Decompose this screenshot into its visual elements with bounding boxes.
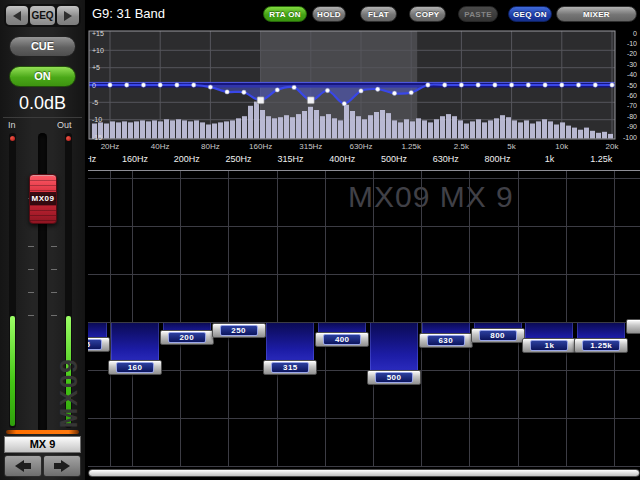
button-copy[interactable]: COPY [409,6,446,22]
next-channel-button[interactable] [43,455,81,477]
rta-bar [428,122,433,138]
channel-name-label: MX 9 [4,436,81,453]
band-marker-square[interactable] [307,97,314,104]
freq-tick-label: 630Hz [349,142,372,151]
rta-bar [512,120,517,138]
band-dot[interactable] [175,83,179,87]
rta-bar [326,114,331,138]
band-dot[interactable] [509,83,513,87]
band-dot[interactable] [275,88,279,92]
rta-bar [536,121,541,138]
band-label-400hz: 400Hz [329,154,355,164]
geq-nav-group: GEQ [4,4,81,27]
band-fader-handle-500hz[interactable]: 500 [367,370,421,385]
band-dot[interactable] [392,91,396,95]
geq-title: G9: 31 Band [92,6,165,21]
eq-response-plot[interactable]: +15+10+50-5-10-150-10-20-30-40-50-60-70-… [88,30,640,142]
button-geq-on[interactable]: GEQ ON [508,6,552,22]
freq-tick-label: 1.25k [401,142,421,151]
rta-bar [152,120,157,138]
band-dot[interactable] [141,83,145,87]
band-fader-handle-315hz[interactable]: 315 [263,360,317,375]
button-hold[interactable]: HOLD [312,6,346,22]
band-fader-handle-400hz[interactable]: 400 [315,332,369,347]
rta-bar [308,107,313,139]
rta-bar [404,119,409,138]
band-dot[interactable] [443,83,447,87]
band-fader-handle-800hz[interactable]: 800 [471,328,525,343]
rta-bar [290,117,295,138]
band-dot[interactable] [158,83,162,87]
rta-bar [482,122,487,138]
channel-on-button[interactable]: ON [9,66,76,87]
svg-text:-5: -5 [92,99,98,106]
rta-bar [566,126,571,139]
rta-bar [578,130,583,139]
rta-bar [260,110,265,139]
band-dot[interactable] [459,83,463,87]
geq-prev-button[interactable] [6,6,28,25]
rta-bar [272,118,277,138]
band-dot[interactable] [543,83,547,87]
rta-bar [248,106,253,139]
band-marker-square[interactable] [257,97,264,104]
rta-bar [110,121,115,138]
band-fader-handle-1.6k[interactable] [626,319,640,334]
rta-bar [338,120,343,138]
band-dot[interactable] [593,83,597,87]
band-dot[interactable] [476,83,480,87]
band-dot[interactable] [376,87,380,91]
band-dot[interactable] [426,83,430,87]
band-fader-handle-125hz[interactable]: 125 [88,337,110,352]
button-flat[interactable]: FLAT [360,6,397,22]
channel-watermark: MX09 [56,298,82,428]
geq-next-button[interactable] [57,6,79,25]
band-fader-handle-1k[interactable]: 1k [522,338,576,353]
header-buttons: RTA ONHOLDFLATCOPYPASTEGEQ ONMIXER [263,6,637,22]
button-mixer[interactable]: MIXER [556,6,637,22]
rta-bar [380,110,385,139]
rta-bar [572,128,577,139]
svg-text:0: 0 [92,82,96,89]
channel-fader-cap[interactable]: MX09 [29,174,57,224]
rta-bar [602,132,607,139]
button-rta-on[interactable]: RTA ON [263,6,307,22]
horizontal-scrollbar[interactable] [88,469,640,477]
freq-tick-label: 20Hz [101,142,120,151]
band-dot[interactable] [576,83,580,87]
band-dot[interactable] [325,88,329,92]
rta-bar [422,120,427,138]
band-dot[interactable] [125,83,129,87]
cue-button[interactable]: CUE [9,36,76,57]
band-dot[interactable] [560,83,564,87]
band-dot[interactable] [192,83,196,87]
svg-text:+10: +10 [92,47,104,54]
band-dot[interactable] [292,85,296,89]
band-dot[interactable] [359,89,363,93]
band-fader-handle-200hz[interactable]: 200 [160,330,214,345]
band-dot[interactable] [242,90,246,94]
svg-text:-60: -60 [627,92,637,99]
band-dot[interactable] [409,90,413,94]
rta-bar [212,124,217,139]
band-dot[interactable] [610,83,614,87]
band-dot[interactable] [342,102,346,106]
freq-tick-label: 80Hz [201,142,220,151]
rta-bar [188,121,193,138]
band-fader-handle-250hz[interactable]: 250 [212,323,266,338]
fader-tick [51,246,57,247]
band-dot[interactable] [225,90,229,94]
rta-bar [584,128,589,139]
band-fader-handle-1.25k[interactable]: 1.25k [574,338,628,353]
band-dot[interactable] [493,83,497,87]
rta-bar [530,124,535,139]
band-dot[interactable] [108,83,112,87]
band-dot[interactable] [208,85,212,89]
rta-bar [134,121,139,138]
rta-bar [254,102,259,139]
band-dot[interactable] [526,83,530,87]
band-fader-handle-630hz[interactable]: 630 [419,333,473,348]
chevron-right-icon [64,11,72,21]
prev-channel-button[interactable] [4,455,42,477]
band-fader-handle-160hz[interactable]: 160 [108,360,162,375]
